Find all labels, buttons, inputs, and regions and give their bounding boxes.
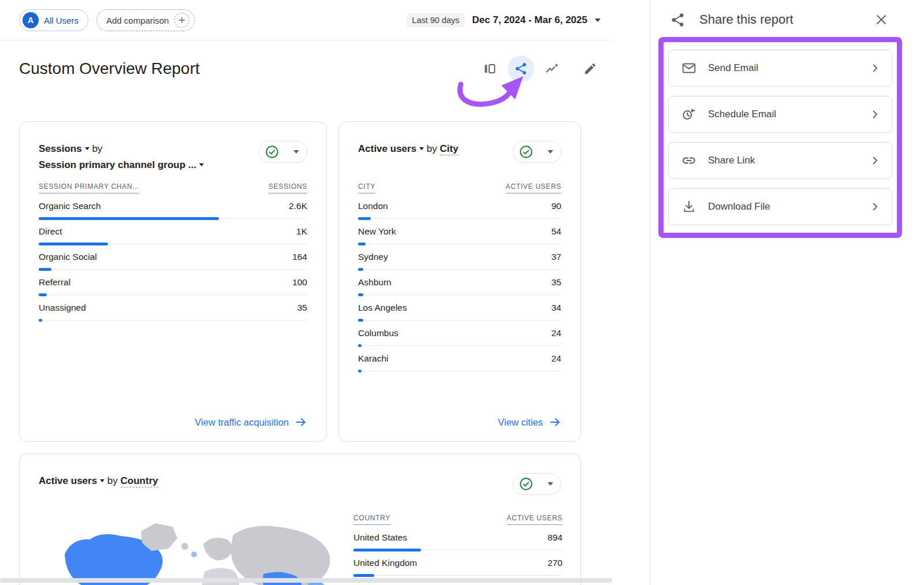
table-row: United States 894 [353,525,562,550]
row-value: 2.6K [289,201,307,211]
table-row: Sydney 37 [358,244,561,270]
row-value: 164 [292,252,307,262]
row-label: Unassigned [39,303,86,313]
dimension-selector[interactable]: Session primary channel group ... [39,159,196,170]
cards-row: Sessions by Session primary channel grou… [19,121,650,442]
download-icon [681,199,696,214]
column-header[interactable]: SESSIONS [269,182,307,193]
row-label: Organic Search [39,201,101,211]
row-label: Los Angeles [358,303,407,313]
share-link-option[interactable]: Share Link [668,142,892,179]
audience-pill-all-users[interactable]: A All Users [19,9,88,31]
plus-icon [174,13,189,28]
table-row: Organic Search 2.6K [39,193,307,219]
arrow-right-icon [549,416,561,428]
option-label: Send Email [708,62,869,74]
row-value: 37 [552,252,561,262]
option-label: Schedule Email [708,109,869,120]
column-header[interactable]: ACTIVE USERS [506,182,561,193]
data-quality-dropdown[interactable] [513,141,561,163]
date-range-picker[interactable]: Last 90 days Dec 7, 2024 - Mar 6, 2025 [407,13,601,27]
arrow-right-icon [295,416,307,428]
data-quality-dropdown[interactable] [259,141,307,163]
data-quality-dropdown[interactable] [513,473,561,495]
insights-icon[interactable] [539,55,565,82]
metric-selector[interactable]: Sessions [39,143,82,154]
horizontal-scrollbar[interactable] [0,578,612,583]
view-cities-link[interactable]: View cities [498,416,561,428]
row-label: Karachi [358,353,389,364]
schedule-email-option[interactable]: Schedule Email [668,96,892,133]
add-comparison-label: Add comparison [106,16,169,25]
report-main: A All Users Add comparison Last 90 days … [0,0,650,585]
metric-selector[interactable]: Active users [358,143,416,154]
table-row: Ashburn 35 [358,270,561,295]
row-label: United States [353,532,407,543]
add-comparison-button[interactable]: Add comparison [96,9,195,31]
table-row: Direct 1K [39,219,307,244]
chevron-down-icon [547,150,553,154]
chevron-down-icon [419,147,424,150]
dimension-selector[interactable]: Country [121,475,158,487]
table-row: Columbus 24 [358,321,561,346]
row-bar [39,319,42,322]
send-email-option[interactable]: Send Email [668,50,892,87]
table-row: United Kingdom 270 [353,550,562,576]
date-range-text: Dec 7, 2024 - Mar 6, 2025 [472,14,587,26]
option-label: Share Link [708,155,869,166]
column-header[interactable]: CITY [358,182,375,193]
column-header[interactable]: SESSION PRIMARY CHAN... [39,182,139,193]
view-traffic-acquisition-link[interactable]: View traffic acquisition [195,416,307,428]
sessions-card: Sessions by Session primary channel grou… [19,121,327,442]
row-label: United Kingdom [353,558,417,568]
by-text: by [427,143,437,154]
row-label: Referral [39,277,70,288]
share-panel-header: Share this report [650,0,924,33]
row-value: 54 [552,226,561,237]
share-icon [670,12,685,28]
card-title: Active users by Country [39,473,561,505]
table-row: London 90 [358,193,561,219]
table-row: Unassigned 35 [39,295,307,321]
edit-icon[interactable] [577,55,603,82]
mail-icon [681,61,696,76]
avatar: A [23,12,39,28]
schedule-email-icon [681,107,696,122]
chevron-down-icon [199,163,204,166]
column-header[interactable]: COUNTRY [353,514,390,525]
date-preset-badge: Last 90 days [407,13,464,27]
chevron-right-icon [869,62,881,74]
row-value: 35 [552,277,561,288]
chevron-down-icon [100,479,105,482]
close-icon[interactable] [873,12,889,28]
link-icon [681,153,696,168]
metric-selector[interactable]: Active users [39,475,97,486]
chevron-right-icon [869,108,881,121]
cities-card: Active users by City CITY ACTIVE USERS L… [338,121,581,442]
table-body: Organic Search 2.6K Direct 1K Organic So… [39,193,307,321]
row-label: New York [358,226,396,237]
row-value: 1K [296,226,307,237]
ga4-report-screen: A All Users Add comparison Last 90 days … [0,0,924,585]
row-value: 24 [552,353,561,364]
row-value: 894 [547,532,562,543]
by-text: by [107,475,118,486]
dimension-selector[interactable]: City [440,143,459,155]
chevron-down-icon [547,482,553,486]
annotation-highlight-box: Send Email Schedule Email Share Link Dow… [658,37,902,238]
row-label: Sydney [358,252,388,262]
link-label: View cities [498,417,543,428]
row-value: 90 [552,201,561,211]
row-label: London [358,201,388,211]
table-header: CITY ACTIVE USERS [358,182,561,193]
download-file-option[interactable]: Download File [668,188,892,225]
share-panel: Share this report Send Email Schedule Em… [650,0,924,585]
row-value: 270 [547,558,562,568]
check-circle-icon [519,144,534,159]
link-label: View traffic acquisition [195,417,289,428]
row-value: 100 [292,277,307,288]
row-label: Organic Social [39,252,97,262]
comparisons-icon[interactable] [476,55,503,82]
share-icon[interactable] [508,55,534,82]
column-header[interactable]: ACTIVE USERS [507,514,562,525]
